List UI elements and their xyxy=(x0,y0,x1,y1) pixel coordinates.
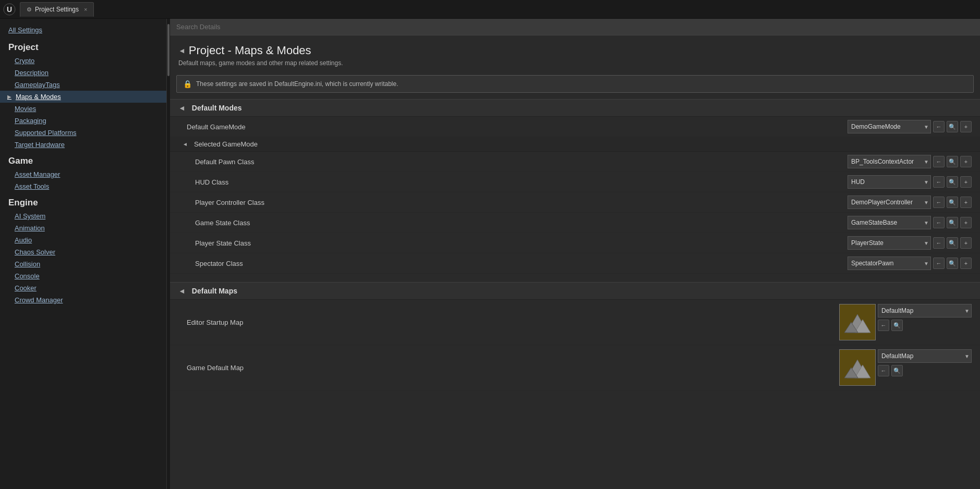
game-default-map-icon-row: ← 🔍 xyxy=(878,365,972,376)
player-controller-class-dropdown[interactable]: DemoPlayerController xyxy=(848,195,931,209)
sidebar-item-asset-manager[interactable]: Asset Manager xyxy=(0,168,166,180)
default-gamemode-reset-button[interactable]: ← xyxy=(933,121,945,132)
editor-startup-map-dropdown[interactable]: DefaultMap xyxy=(878,304,972,317)
player-controller-class-row: Player Controller Class DemoPlayerContro… xyxy=(170,192,980,213)
game-default-map-reset-button[interactable]: ← xyxy=(878,365,889,376)
editor-startup-map-controls: DefaultMap ▼ ← 🔍 xyxy=(839,304,972,340)
sidebar-item-asset-tools[interactable]: Asset Tools xyxy=(0,180,166,192)
sidebar-item-gameplay-tags[interactable]: GameplayTags xyxy=(0,79,166,91)
sidebar-item-console[interactable]: Console xyxy=(0,270,166,282)
default-pawn-class-dropdown[interactable]: BP_ToolsContextActor xyxy=(848,155,931,168)
player-state-add-button[interactable]: + xyxy=(960,237,972,249)
title-bar: U ⚙ Project Settings × xyxy=(0,0,980,19)
player-state-search-button[interactable]: 🔍 xyxy=(947,237,958,249)
editor-startup-map-icon-row: ← 🔍 xyxy=(878,320,972,331)
sidebar-item-maps-modes[interactable]: ▶ Maps & Modes xyxy=(0,91,166,103)
sidebar-item-audio[interactable]: Audio xyxy=(0,234,166,246)
sidebar-item-packaging[interactable]: Packaging xyxy=(0,115,166,127)
player-controller-controls: DemoPlayerController ▼ ← 🔍 + xyxy=(848,195,972,209)
main-layout: All Settings Project Crypto Description … xyxy=(0,19,980,489)
default-maps-arrow[interactable]: ◄ xyxy=(178,287,186,295)
player-controller-reset-button[interactable]: ← xyxy=(933,197,945,208)
sidebar-item-description[interactable]: Description xyxy=(0,67,166,79)
spectator-class-row: Spectator Class SpectatorPawn ▼ ← 🔍 + xyxy=(170,253,980,274)
sidebar-item-chaos-solver[interactable]: Chaos Solver xyxy=(0,246,166,258)
default-modes-block: ◄ Default Modes Default GameMode DemoGam… xyxy=(170,99,980,274)
game-default-map-dropdown-group: DefaultMap ▼ ← 🔍 xyxy=(878,349,972,376)
hud-class-dropdown[interactable]: HUD xyxy=(848,175,931,189)
sidebar-item-animation[interactable]: Animation xyxy=(0,222,166,234)
default-gamemode-row: Default GameMode DemoGameMode ▼ ← 🔍 + xyxy=(170,117,980,137)
default-pawn-controls: BP_ToolsContextActor ▼ ← 🔍 + xyxy=(848,155,972,168)
hud-add-button[interactable]: + xyxy=(960,176,972,188)
hud-class-label: HUD Class xyxy=(195,178,848,186)
page-subtitle: Default maps, game modes and other map r… xyxy=(170,59,980,73)
default-gamemode-dropdown[interactable]: DemoGameMode xyxy=(848,120,931,133)
default-maps-block: ◄ Default Maps Editor Startup Map xyxy=(170,282,980,390)
hud-controls: HUD ▼ ← 🔍 + xyxy=(848,175,972,189)
editor-startup-map-row: Editor Startup Map xyxy=(170,300,980,345)
sidebar-item-supported-platforms[interactable]: Supported Platforms xyxy=(0,127,166,139)
game-state-controls: GameStateBase ▼ ← 🔍 + xyxy=(848,216,972,229)
spectator-class-label: Spectator Class xyxy=(195,260,848,267)
default-gamemode-search-button[interactable]: 🔍 xyxy=(947,121,958,132)
sidebar: All Settings Project Crypto Description … xyxy=(0,19,167,489)
default-pawn-class-row: Default Pawn Class BP_ToolsContextActor … xyxy=(170,152,980,172)
game-state-class-dropdown[interactable]: GameStateBase xyxy=(848,216,931,229)
project-settings-tab[interactable]: ⚙ Project Settings × xyxy=(20,2,94,17)
spectator-reset-button[interactable]: ← xyxy=(933,258,945,269)
default-pawn-reset-button[interactable]: ← xyxy=(933,156,945,167)
sidebar-item-crowd-manager[interactable]: Crowd Manager xyxy=(0,294,166,306)
hud-search-button[interactable]: 🔍 xyxy=(947,176,958,188)
default-gamemode-dropdown-wrapper: DemoGameMode ▼ xyxy=(848,120,931,133)
spectator-class-dropdown[interactable]: SpectatorPawn xyxy=(848,256,931,270)
spectator-add-button[interactable]: + xyxy=(960,258,972,269)
player-state-reset-button[interactable]: ← xyxy=(933,237,945,249)
game-state-class-row: Game State Class GameStateBase ▼ ← 🔍 + xyxy=(170,213,980,233)
editor-startup-map-dropdown-row: DefaultMap ▼ xyxy=(878,304,972,317)
game-state-reset-button[interactable]: ← xyxy=(933,217,945,228)
sidebar-section-engine: Engine xyxy=(0,192,166,210)
default-gamemode-add-button[interactable]: + xyxy=(960,121,972,132)
default-pawn-search-button[interactable]: 🔍 xyxy=(947,156,958,167)
sidebar-item-ai-system[interactable]: AI System xyxy=(0,210,166,222)
player-controller-class-label: Player Controller Class xyxy=(195,199,848,206)
selected-gamemode-arrow[interactable]: ◄ xyxy=(183,141,188,147)
default-gamemode-controls: DemoGameMode ▼ ← 🔍 + xyxy=(848,120,972,133)
default-modes-arrow[interactable]: ◄ xyxy=(178,104,186,112)
default-pawn-add-button[interactable]: + xyxy=(960,156,972,167)
editor-startup-map-reset-button[interactable]: ← xyxy=(878,320,889,331)
sidebar-item-crypto[interactable]: Crypto xyxy=(0,55,166,67)
info-bar: 🔒 These settings are saved in DefaultEng… xyxy=(176,75,974,93)
hud-class-row: HUD Class HUD ▼ ← 🔍 + xyxy=(170,172,980,192)
player-controller-search-button[interactable]: 🔍 xyxy=(947,197,958,208)
game-state-search-button[interactable]: 🔍 xyxy=(947,217,958,228)
spectator-controls: SpectatorPawn ▼ ← 🔍 + xyxy=(848,256,972,270)
spectator-search-button[interactable]: 🔍 xyxy=(947,258,958,269)
selected-gamemode-label: Selected GameMode xyxy=(194,140,258,148)
game-default-map-search-button[interactable]: 🔍 xyxy=(891,365,903,376)
sidebar-item-movies[interactable]: Movies xyxy=(0,103,166,115)
game-default-map-thumbnail xyxy=(839,349,876,386)
player-state-class-dropdown[interactable]: PlayerState xyxy=(848,236,931,250)
app-logo: U xyxy=(2,2,17,17)
game-state-add-button[interactable]: + xyxy=(960,217,972,228)
sidebar-section-game: Game xyxy=(0,151,166,168)
game-default-map-dropdown[interactable]: DefaultMap xyxy=(878,349,972,363)
editor-startup-map-search-button[interactable]: 🔍 xyxy=(891,320,903,331)
sidebar-item-cooker[interactable]: Cooker xyxy=(0,282,166,294)
page-collapse-arrow[interactable]: ◄ xyxy=(178,46,186,55)
hud-reset-button[interactable]: ← xyxy=(933,176,945,188)
player-controller-add-button[interactable]: + xyxy=(960,197,972,208)
default-maps-title: Default Maps xyxy=(192,287,237,295)
search-input[interactable] xyxy=(170,19,980,35)
sidebar-item-collision[interactable]: Collision xyxy=(0,258,166,270)
page-header: ◄ Project - Maps & Modes xyxy=(170,35,980,59)
player-state-controls: PlayerState ▼ ← 🔍 + xyxy=(848,236,972,250)
tab-gear-icon: ⚙ xyxy=(27,6,32,13)
all-settings-link[interactable]: All Settings xyxy=(0,23,166,37)
tab-close-button[interactable]: × xyxy=(84,6,87,13)
default-modes-title: Default Modes xyxy=(192,104,242,112)
sidebar-item-target-hardware[interactable]: Target Hardware xyxy=(0,139,166,151)
default-modes-header: ◄ Default Modes xyxy=(170,99,980,117)
